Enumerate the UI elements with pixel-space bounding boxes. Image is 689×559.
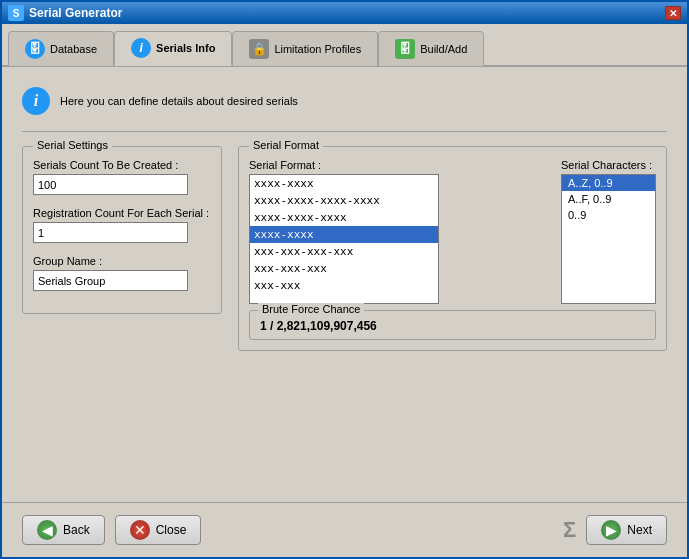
tab-limitation-profiles-label: Limitation Profiles (274, 43, 361, 55)
window-close-button[interactable]: ✕ (665, 6, 681, 20)
serial-settings-title: Serial Settings (33, 139, 112, 151)
chars-label: Serial Characters : (561, 159, 656, 171)
info-icon: i (22, 87, 50, 115)
main-window: S Serial Generator ✕ 🗄 Database i Serial… (0, 0, 689, 559)
tab-build-add[interactable]: 🗄 Build/Add (378, 31, 484, 66)
tab-bar: 🗄 Database i Serials Info 🔒 Limitation P… (2, 24, 687, 67)
format-list-item[interactable]: xxxx-xxxx (250, 226, 438, 243)
tab-serials-info-label: Serials Info (156, 42, 215, 54)
serials-count-label: Serials Count To Be Created : (33, 159, 211, 171)
chars-list-item[interactable]: A..F, 0..9 (562, 191, 655, 207)
database-tab-icon: 🗄 (25, 39, 45, 59)
brute-force-title: Brute Force Chance (258, 303, 364, 315)
close-button[interactable]: ✕ Close (115, 515, 202, 545)
close-icon: ✕ (130, 520, 150, 540)
tab-database[interactable]: 🗄 Database (8, 31, 114, 66)
format-list-container: Serial Format : xxxx-xxxxxxxx-xxxx-xxxx-… (249, 159, 553, 304)
back-icon: ◀ (37, 520, 57, 540)
format-inner-layout: Serial Format : xxxx-xxxxxxxx-xxxx-xxxx-… (249, 159, 656, 304)
group-name-label: Group Name : (33, 255, 211, 267)
group-name-input[interactable] (33, 270, 188, 291)
serial-format-group: Serial Format Serial Format : xxxx-xxxxx… (238, 146, 667, 351)
info-banner: i Here you can define details about desi… (22, 77, 667, 125)
tab-serials-info[interactable]: i Serials Info (114, 31, 232, 66)
brute-force-value: 1 / 2,821,109,907,456 (260, 319, 377, 333)
next-label: Next (627, 523, 652, 537)
main-content: i Here you can define details about desi… (2, 67, 687, 361)
info-banner-text: Here you can define details about desire… (60, 95, 298, 107)
right-area: Σ ▶ Next (563, 515, 667, 545)
serials-count-input[interactable] (33, 174, 188, 195)
build-add-tab-icon: 🗄 (395, 39, 415, 59)
format-list-item[interactable]: xxxx-xxxx-xxxx (250, 209, 438, 226)
tab-build-add-label: Build/Add (420, 43, 467, 55)
bottom-bar: ◀ Back ✕ Close Σ ▶ Next (2, 502, 687, 557)
back-label: Back (63, 523, 90, 537)
limitation-tab-icon: 🔒 (249, 39, 269, 59)
chars-list-item[interactable]: 0..9 (562, 207, 655, 223)
format-list-item[interactable]: xxxx-xxxx (250, 175, 438, 192)
tab-database-label: Database (50, 43, 97, 55)
chars-list[interactable]: A..Z, 0..9A..F, 0..90..9 (561, 174, 656, 304)
format-list[interactable]: xxxx-xxxxxxxx-xxxx-xxxx-xxxxxxxx-xxxx-xx… (249, 174, 439, 304)
columns-layout: Serial Settings Serials Count To Be Crea… (22, 146, 667, 351)
chars-container: Serial Characters : A..Z, 0..9A..F, 0..9… (561, 159, 656, 304)
title-bar: S Serial Generator ✕ (2, 2, 687, 24)
next-icon: ▶ (601, 520, 621, 540)
brute-force-group: Brute Force Chance 1 / 2,821,109,907,456 (249, 310, 656, 340)
format-list-label: Serial Format : (249, 159, 553, 171)
format-list-item[interactable]: xxx-xxx-xxx (250, 260, 438, 277)
tab-limitation-profiles[interactable]: 🔒 Limitation Profiles (232, 31, 378, 66)
sigma-logo: Σ (563, 517, 576, 543)
chars-list-item[interactable]: A..Z, 0..9 (562, 175, 655, 191)
reg-count-label: Registration Count For Each Serial : (33, 207, 211, 219)
serial-format-title: Serial Format (249, 139, 323, 151)
serial-settings-column: Serial Settings Serials Count To Be Crea… (22, 146, 222, 351)
left-buttons: ◀ Back ✕ Close (22, 515, 201, 545)
format-list-item[interactable]: xxx-xxx (250, 277, 438, 294)
window-title: Serial Generator (29, 6, 122, 20)
serials-info-tab-icon: i (131, 38, 151, 58)
serial-format-column: Serial Format Serial Format : xxxx-xxxxx… (238, 146, 667, 351)
divider (22, 131, 667, 132)
back-button[interactable]: ◀ Back (22, 515, 105, 545)
reg-count-input[interactable] (33, 222, 188, 243)
format-list-item[interactable]: xxxx-xxxx-xxxx-xxxx (250, 192, 438, 209)
serial-settings-group: Serial Settings Serials Count To Be Crea… (22, 146, 222, 314)
app-icon: S (8, 5, 24, 21)
title-bar-left: S Serial Generator (8, 5, 122, 21)
format-list-item[interactable]: xxx-xxx-xxx-xxx (250, 243, 438, 260)
close-label: Close (156, 523, 187, 537)
next-button[interactable]: ▶ Next (586, 515, 667, 545)
